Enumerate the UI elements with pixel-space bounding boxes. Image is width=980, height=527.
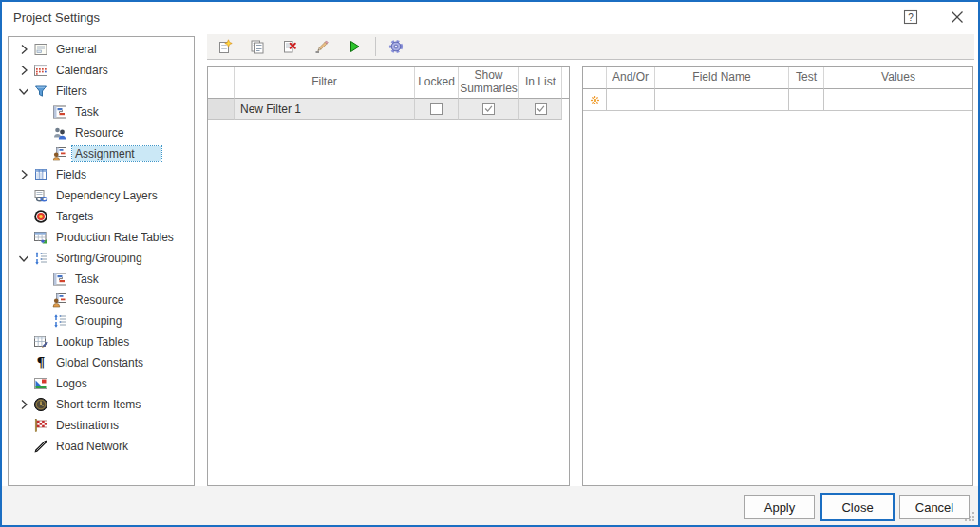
sidebar-item-label: Sorting/Grouping: [53, 251, 145, 266]
column-header-blank: [583, 67, 607, 89]
sidebar-item-label: Filters: [53, 84, 90, 99]
sidebar-item-global-constants[interactable]: ¶Global Constants: [9, 352, 194, 373]
and-or-cell[interactable]: [607, 89, 655, 111]
sidebar-item-label: Task: [72, 104, 102, 120]
sidebar-item-resource[interactable]: Resource: [9, 290, 194, 311]
new-filter-button[interactable]: [212, 35, 238, 58]
gear-icon: [388, 39, 404, 54]
chevron-right-icon[interactable]: [16, 42, 31, 57]
tree-indent: [35, 125, 50, 141]
tree-indent: [16, 418, 31, 433]
close-button[interactable]: [948, 8, 967, 27]
general-icon: [33, 42, 48, 57]
task-gantt-icon: [52, 272, 67, 287]
checkered-flag-icon: [33, 418, 48, 433]
sidebar-item-road-network[interactable]: Road Network: [9, 436, 194, 457]
filters-toolbar: [207, 34, 974, 60]
filter-row[interactable]: New Filter 1: [208, 99, 569, 120]
target-bullseye-icon: [33, 209, 48, 224]
sidebar-item-logos[interactable]: Logos: [9, 373, 194, 394]
help-icon: ?: [903, 9, 918, 25]
sorting-icon: [33, 251, 48, 266]
test-cell[interactable]: [789, 89, 824, 111]
tree-indent: [35, 313, 50, 329]
close-button[interactable]: Close: [820, 493, 895, 521]
sidebar-item-lookup-tables[interactable]: Lookup Tables: [9, 331, 194, 352]
tree-indent: [16, 188, 31, 203]
sidebar-item-resource[interactable]: Resource: [9, 122, 194, 143]
criteria-row[interactable]: [583, 89, 972, 111]
chevron-down-icon[interactable]: [16, 251, 31, 266]
settings-tree: GeneralCalendarsFiltersTaskResourceAssig…: [8, 36, 195, 486]
delete-filter-button[interactable]: [276, 35, 303, 58]
locked-checkbox[interactable]: [430, 103, 443, 115]
tree-indent: [16, 376, 31, 391]
values-cell[interactable]: [824, 89, 972, 111]
sidebar-item-production-rate-tables[interactable]: Production Rate Tables: [9, 227, 194, 248]
copy-filter-button[interactable]: [244, 35, 271, 58]
settings-button[interactable]: [383, 35, 409, 58]
show-summaries-checkbox[interactable]: [482, 103, 495, 115]
edit-filter-button[interactable]: [309, 35, 335, 58]
help-button[interactable]: ?: [901, 8, 920, 27]
calendars-icon: [33, 63, 48, 78]
close-icon: [950, 9, 965, 25]
filter-name-cell[interactable]: New Filter 1: [235, 99, 415, 120]
svg-text:?: ?: [908, 12, 914, 23]
sidebar-item-task[interactable]: Task: [9, 102, 194, 122]
sidebar-item-label: Logos: [53, 376, 90, 391]
delete-icon: [282, 39, 297, 54]
title-bar[interactable]: Project Settings ?: [2, 2, 978, 32]
chevron-right-icon[interactable]: [16, 63, 31, 78]
sidebar-item-label: Targets: [53, 209, 96, 224]
filter-icon: [33, 84, 48, 99]
column-header-blank: [208, 67, 235, 99]
sidebar-item-assignment[interactable]: Assignment: [9, 143, 194, 164]
sidebar-item-general[interactable]: General: [9, 39, 194, 60]
chevron-down-icon[interactable]: [16, 84, 31, 99]
sidebar-item-task[interactable]: Task: [9, 269, 194, 290]
chevron-right-icon[interactable]: [16, 167, 31, 182]
criteria-grid-header: And/OrField NameTestValues: [583, 67, 972, 89]
sidebar-item-targets[interactable]: Targets: [9, 206, 194, 227]
tree-indent: [35, 146, 50, 161]
lookup-table-icon: [33, 334, 48, 349]
run-filter-button[interactable]: [341, 35, 368, 58]
sidebar-item-label: General: [53, 42, 100, 57]
sidebar-item-label: Resource: [72, 125, 126, 141]
column-header-filter: Filter: [235, 67, 415, 99]
cancel-button[interactable]: Cancel: [899, 495, 970, 519]
sidebar-item-destinations[interactable]: Destinations: [9, 415, 194, 436]
filters-grid-header: FilterLockedShow SummariesIn List: [208, 67, 569, 99]
production-table-icon: [33, 230, 48, 245]
sidebar-item-fields[interactable]: Fields: [9, 164, 194, 185]
sidebar-item-short-term-items[interactable]: Short-term Items: [9, 394, 194, 415]
sidebar-item-calendars[interactable]: Calendars: [9, 60, 194, 81]
chevron-right-icon[interactable]: [16, 397, 31, 412]
assignment-icon: [52, 292, 67, 308]
in-list-checkbox[interactable]: [535, 103, 547, 115]
column-header-and-or: And/Or: [607, 67, 655, 89]
tree-indent: [16, 230, 31, 245]
tree-indent: [16, 439, 31, 454]
copy-icon: [250, 39, 265, 54]
project-settings-dialog: Project Settings ? GeneralCalendarsFilte…: [0, 0, 980, 527]
sidebar-item-label: Task: [72, 272, 102, 287]
sidebar-item-filters[interactable]: Filters: [9, 81, 194, 102]
sidebar-item-grouping[interactable]: Grouping: [9, 311, 194, 331]
sidebar-item-label: Grouping: [72, 313, 124, 329]
resource-people-icon: [52, 125, 67, 141]
column-header-test: Test: [789, 67, 824, 89]
task-gantt-icon: [52, 104, 67, 120]
sidebar-item-sorting-grouping[interactable]: Sorting/Grouping: [9, 248, 194, 269]
apply-button[interactable]: Apply: [744, 495, 815, 519]
sidebar-item-dependency-layers[interactable]: Dependency Layers: [9, 185, 194, 206]
dialog-footer: ApplyCloseCancel: [2, 486, 978, 525]
field-name-cell[interactable]: [655, 89, 789, 111]
pen-icon: [33, 439, 48, 454]
dependency-links-icon: [33, 188, 48, 203]
sidebar-item-label: Short-term Items: [53, 397, 143, 412]
sidebar-item-label: Destinations: [53, 418, 122, 433]
row-header-cell: [208, 99, 235, 120]
sidebar-item-label: Lookup Tables: [53, 334, 132, 349]
